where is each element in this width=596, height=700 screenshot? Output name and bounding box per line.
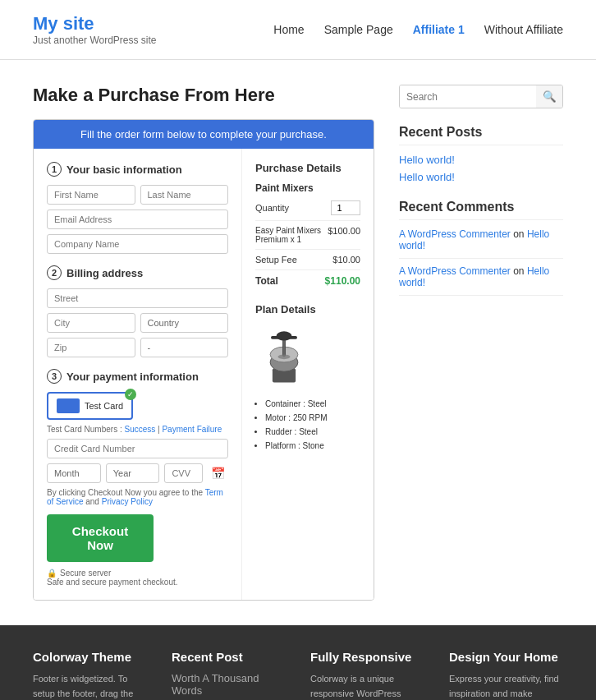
card-number-row bbox=[47, 439, 228, 458]
feature-motor: Motor : 250 RPM bbox=[265, 411, 360, 425]
qty-label: Quantity bbox=[255, 203, 289, 213]
lock-icon: 🔒 bbox=[47, 569, 57, 578]
company-row bbox=[47, 234, 228, 254]
order-form-container: Fill the order form below to complete yo… bbox=[33, 119, 374, 601]
company-input[interactable] bbox=[47, 234, 228, 254]
test-card-links: Test Card Numbers : Success | Payment Fa… bbox=[47, 425, 228, 434]
safe-text: Safe and secure payment checkout. bbox=[47, 578, 228, 587]
street-row bbox=[47, 288, 228, 308]
sidebar: 🔍 Recent Posts Hello world! Hello world!… bbox=[399, 85, 563, 601]
card-number-input[interactable] bbox=[47, 439, 228, 458]
section2-num: 2 bbox=[47, 265, 62, 280]
zip-input[interactable] bbox=[47, 338, 135, 357]
purchase-title: Purchase Details bbox=[255, 162, 360, 174]
footer-col3-title: Fully Responsive bbox=[310, 650, 424, 664]
comment-on-2: on bbox=[513, 265, 524, 277]
footer-col4-text: Express your creativity, find inspiratio… bbox=[449, 672, 563, 700]
main-nav: Home Sample Page Affiliate 1 Without Aff… bbox=[273, 23, 563, 36]
form-right: Purchase Details Paint Mixers Quantity E… bbox=[242, 149, 374, 600]
nav-affiliate1[interactable]: Affiliate 1 bbox=[413, 23, 465, 36]
footer-post-link-1[interactable]: Worth A Thousand Words bbox=[172, 672, 286, 697]
cvv-input[interactable] bbox=[164, 463, 203, 483]
item-price: $100.00 bbox=[328, 226, 360, 244]
nav-home[interactable]: Home bbox=[273, 23, 304, 36]
search-input[interactable] bbox=[400, 85, 536, 108]
setup-price: $10.00 bbox=[332, 255, 360, 265]
country-select[interactable]: Country bbox=[140, 313, 229, 333]
success-link[interactable]: Success bbox=[124, 425, 155, 434]
recent-comments-title: Recent Comments bbox=[399, 200, 563, 220]
recent-posts-title: Recent Posts bbox=[399, 125, 563, 145]
first-name-input[interactable] bbox=[47, 185, 135, 205]
section1-title: 1 Your basic information bbox=[47, 162, 228, 177]
content-area: Make a Purchase From Here Fill the order… bbox=[33, 85, 374, 601]
plan-title: Plan Details bbox=[255, 303, 360, 315]
privacy-link[interactable]: Privacy Policy bbox=[102, 497, 153, 506]
search-button[interactable]: 🔍 bbox=[536, 85, 563, 108]
plan-features: Container : Steel Motor : 250 RPM Rudder… bbox=[255, 397, 360, 453]
card-details-row: Month Year 📅 bbox=[47, 463, 228, 483]
zip-dash-row: - bbox=[47, 338, 228, 357]
footer-main: Colorway Theme Footer is widgetized. To … bbox=[0, 625, 596, 700]
section3-num: 3 bbox=[47, 369, 62, 384]
footer-col1-text: Footer is widgetized. To setup the foote… bbox=[33, 672, 147, 700]
footer-col3-text: Colorway is a unique responsive WordPres… bbox=[310, 672, 424, 700]
city-country-row: Country bbox=[47, 313, 228, 333]
dash-select[interactable]: - bbox=[140, 338, 229, 357]
product-name: Paint Mixers bbox=[255, 182, 360, 194]
recent-posts-section: Recent Posts Hello world! Hello world! bbox=[399, 125, 563, 183]
section3-title: 3 Your payment information bbox=[47, 369, 228, 384]
total-row: Total $110.00 bbox=[255, 269, 360, 292]
comment-1: A WordPress Commenter on Hello world! bbox=[399, 228, 563, 259]
footer-col3: Fully Responsive Colorway is a unique re… bbox=[310, 650, 424, 700]
section2-title: 2 Billing address bbox=[47, 265, 228, 280]
comment-author-2[interactable]: A WordPress Commenter bbox=[399, 265, 511, 277]
recent-post-2[interactable]: Hello world! bbox=[399, 171, 563, 183]
failure-link[interactable]: Payment Failure bbox=[162, 425, 222, 434]
svg-point-7 bbox=[277, 355, 290, 360]
checkout-button[interactable]: Checkout Now bbox=[47, 514, 154, 562]
privacy-text: By clicking Checkout Now you agree to th… bbox=[47, 488, 228, 506]
recent-post-1[interactable]: Hello world! bbox=[399, 154, 563, 166]
card-btn[interactable]: Test Card ✓ bbox=[47, 392, 133, 420]
form-header: Fill the order form below to complete yo… bbox=[34, 120, 374, 149]
footer-col1-title: Colorway Theme bbox=[33, 650, 147, 664]
comment-author-1[interactable]: A WordPress Commenter bbox=[399, 228, 511, 240]
item-label: Easy Paint Mixers Premium x 1 bbox=[255, 226, 328, 244]
form-left: 1 Your basic information bbox=[34, 149, 242, 600]
street-input[interactable] bbox=[47, 288, 228, 308]
total-label: Total bbox=[255, 275, 278, 287]
card-select-area: Test Card ✓ bbox=[47, 392, 228, 420]
nav-sample-page[interactable]: Sample Page bbox=[324, 23, 393, 36]
email-input[interactable] bbox=[47, 210, 228, 229]
site-tagline: Just another WordPress site bbox=[33, 35, 157, 46]
card-icon bbox=[57, 398, 80, 413]
year-select[interactable]: Year bbox=[106, 463, 160, 483]
site-title: My site bbox=[33, 13, 157, 35]
footer-col2: Recent Post Worth A Thousand Words Categ… bbox=[172, 650, 286, 700]
qty-input[interactable] bbox=[331, 200, 360, 215]
setup-row: Setup Fee $10.00 bbox=[255, 249, 360, 269]
qty-row: Quantity bbox=[255, 200, 360, 215]
form-body: 1 Your basic information bbox=[34, 149, 374, 600]
footer: Colorway Theme Footer is widgetized. To … bbox=[0, 625, 596, 700]
month-select[interactable]: Month bbox=[47, 463, 101, 483]
nav-without-affiliate[interactable]: Without Affiliate bbox=[484, 23, 563, 36]
search-icon: 🔍 bbox=[543, 90, 557, 103]
card-label: Test Card bbox=[85, 401, 123, 411]
last-name-input[interactable] bbox=[140, 185, 229, 205]
name-row bbox=[47, 185, 228, 205]
total-value: $110.00 bbox=[325, 275, 360, 287]
item-row: Easy Paint Mixers Premium x 1 $100.00 bbox=[255, 220, 360, 249]
setup-label: Setup Fee bbox=[255, 255, 297, 265]
city-input[interactable] bbox=[47, 313, 135, 333]
feature-rudder: Rudder : Steel bbox=[265, 425, 360, 439]
main-content: Make a Purchase From Here Fill the order… bbox=[0, 60, 596, 625]
calendar-icon: 📅 bbox=[208, 463, 228, 483]
footer-col4-title: Design Your Home bbox=[449, 650, 563, 664]
feature-container: Container : Steel bbox=[265, 397, 360, 411]
email-row bbox=[47, 210, 228, 229]
svg-point-5 bbox=[277, 331, 292, 340]
footer-col4: Design Your Home Express your creativity… bbox=[449, 650, 563, 700]
mixer-svg bbox=[255, 322, 313, 388]
